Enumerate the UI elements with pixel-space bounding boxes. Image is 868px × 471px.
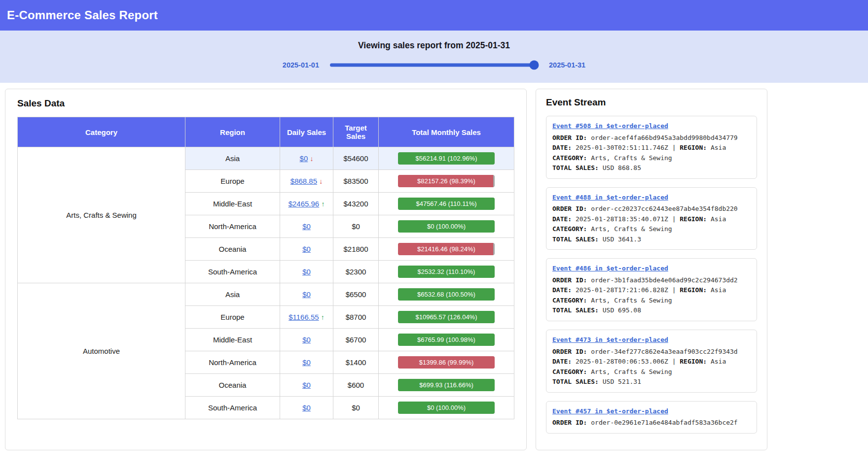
region-cell: Europe <box>185 306 280 329</box>
monthly-sales-cell: $2532.32 (110.10%) <box>379 261 514 283</box>
progress-label: $47567.46 (110.11%) <box>398 198 495 210</box>
daily-sales-cell: $1166.55 ↑ <box>280 306 333 329</box>
field-label: ORDER ID: <box>552 348 591 355</box>
daily-sales-link[interactable]: $0 <box>302 222 311 231</box>
progress-label: $2532.32 (110.10%) <box>398 266 495 278</box>
daily-sales-link[interactable]: $0 <box>302 358 311 367</box>
target-sales-cell: $83500 <box>333 170 379 193</box>
field-value: USD 695.08 <box>603 306 641 314</box>
field-label: ORDER ID: <box>552 205 591 212</box>
field-label: REGION: <box>680 144 711 151</box>
region-cell: Asia <box>185 283 280 306</box>
target-sales-cell: $54600 <box>333 147 379 170</box>
daily-sales-cell: $0 <box>280 329 333 351</box>
event-link[interactable]: Event #508 in $et-order-placed <box>552 121 668 132</box>
progress-badge: $21416.46 (98.24%) <box>398 243 495 255</box>
monthly-sales-cell: $6532.68 (100.50%) <box>379 283 514 306</box>
slider-track <box>330 64 538 67</box>
category-line: CATEGORY: Arts, Crafts & Sewing <box>552 224 751 235</box>
field-label: ORDER ID: <box>552 134 591 141</box>
event-link[interactable]: Event #488 in $et-order-placed <box>552 193 668 203</box>
column-header-total-monthly-sales: Total Monthly Sales <box>379 117 514 147</box>
target-sales-cell: $2300 <box>333 261 379 283</box>
target-sales-cell: $0 <box>333 397 379 419</box>
total-sales-line: TOTAL SALES: USD 695.08 <box>552 305 751 316</box>
total-sales-line: TOTAL SALES: USD 868.85 <box>552 163 751 173</box>
slider-end-label: 2025-01-31 <box>549 61 585 69</box>
sales-data-card: Sales Data Category Region Daily Sales T… <box>5 89 527 450</box>
table-row: AutomotiveAsia$0$6500$6532.68 (100.50%) <box>18 283 514 306</box>
date-range-slider[interactable] <box>330 60 538 70</box>
field-label: ORDER ID: <box>552 276 591 284</box>
header-row: Category Region Daily Sales Target Sales… <box>18 117 514 147</box>
daily-sales-link[interactable]: $0 <box>302 404 311 412</box>
target-sales-cell: $8700 <box>333 306 379 329</box>
daily-sales-link[interactable]: $0 <box>302 290 311 299</box>
daily-sales-link[interactable]: $0 <box>302 245 311 253</box>
field-label: DATE: <box>552 144 576 151</box>
app-header: E-Commerce Sales Report <box>0 0 868 31</box>
daily-sales-link[interactable]: $1166.55 <box>289 313 319 321</box>
field-value: 2025-01-28T18:35:40.071Z <box>576 215 668 223</box>
region-cell: Oceania <box>185 374 280 397</box>
daily-sales-cell: $0 <box>280 283 333 306</box>
daily-sales-link[interactable]: $0 <box>300 154 308 163</box>
progress-badge: $6765.99 (100.98%) <box>398 334 495 346</box>
progress-badge: $6532.68 (100.50%) <box>398 288 495 301</box>
daily-sales-link[interactable]: $2465.96 <box>289 200 320 208</box>
column-header-target-sales: Target Sales <box>333 117 379 147</box>
field-value: 2025-01-28T00:06:53.006Z <box>576 358 668 365</box>
progress-label: $699.93 (116.66%) <box>398 379 495 391</box>
monthly-sales-cell: $21416.46 (98.24%) <box>379 238 514 261</box>
event-card: Event #508 in $et-order-placedORDER ID: … <box>546 116 757 179</box>
field-value: Arts, Crafts & Sewing <box>591 368 672 375</box>
field-label: DATE: <box>552 358 576 365</box>
progress-badge: $10965.57 (126.04%) <box>398 311 495 323</box>
field-label: CATEGORY: <box>552 225 591 233</box>
progress-badge: $2532.32 (110.10%) <box>398 266 495 278</box>
trend-down-icon: ↓ <box>310 155 313 163</box>
region-cell: Oceania <box>185 238 280 261</box>
monthly-sales-cell: $0 (100.00%) <box>379 215 514 238</box>
daily-sales-link[interactable]: $0 <box>302 336 311 344</box>
category-line: CATEGORY: Arts, Crafts & Sewing <box>552 153 751 164</box>
slider-thumb[interactable] <box>529 61 539 70</box>
date-slider-row: 2025-01-01 2025-01-31 <box>0 60 868 70</box>
field-value: order-acef4fa66bd945a3abdd9980bd434779 <box>591 134 737 141</box>
daily-sales-link[interactable]: $0 <box>302 268 311 276</box>
field-label: CATEGORY: <box>552 154 591 162</box>
event-stream-card: Event Stream Event #508 in $et-order-pla… <box>536 89 767 450</box>
category-line: CATEGORY: Arts, Crafts & Sewing <box>552 367 751 377</box>
field-value: Arts, Crafts & Sewing <box>591 225 672 233</box>
field-label: ORDER ID: <box>552 419 591 426</box>
event-card: Event #486 in $et-order-placedORDER ID: … <box>546 258 757 321</box>
target-sales-cell: $6500 <box>333 283 379 306</box>
target-sales-cell: $43200 <box>333 193 379 215</box>
date-controls-band: Viewing sales report from 2025-01-31 202… <box>0 31 868 83</box>
field-value: Arts, Crafts & Sewing <box>591 297 672 304</box>
field-label: CATEGORY: <box>552 368 591 375</box>
daily-sales-link[interactable]: $0 <box>302 381 311 389</box>
region-cell: South-America <box>185 397 280 419</box>
field-label: DATE: <box>552 286 576 294</box>
date-region-line: DATE: 2025-01-28T00:06:53.006Z | REGION:… <box>552 357 751 367</box>
field-label: DATE: <box>552 215 576 223</box>
daily-sales-cell: $0 ↓ <box>280 147 333 170</box>
trend-down-icon: ↓ <box>319 177 323 185</box>
field-label: TOTAL SALES: <box>552 306 603 314</box>
daily-sales-link[interactable]: $868.85 <box>290 177 317 185</box>
event-link[interactable]: Event #457 in $et-order-placed <box>552 406 668 417</box>
field-value: Asia <box>711 215 726 223</box>
monthly-sales-cell: $0 (100.00%) <box>379 397 514 419</box>
table-row: Arts, Crafts & SewingAsia$0 ↓$54600$5621… <box>18 147 514 170</box>
event-link[interactable]: Event #486 in $et-order-placed <box>552 264 668 274</box>
page-title: E-Commerce Sales Report <box>7 8 158 22</box>
category-cell: Automotive <box>18 283 185 419</box>
progress-label: $82157.26 (98.39%) <box>398 175 495 187</box>
target-sales-cell: $0 <box>333 215 379 238</box>
sales-table-body: Arts, Crafts & SewingAsia$0 ↓$54600$5621… <box>18 147 514 419</box>
order-id-line: ORDER ID: order-34ef277c862e4a3eaaf903cc… <box>552 347 751 357</box>
field-label: REGION: <box>680 358 711 365</box>
event-link[interactable]: Event #473 in $et-order-placed <box>552 335 668 345</box>
progress-label: $10965.57 (126.04%) <box>398 311 495 323</box>
